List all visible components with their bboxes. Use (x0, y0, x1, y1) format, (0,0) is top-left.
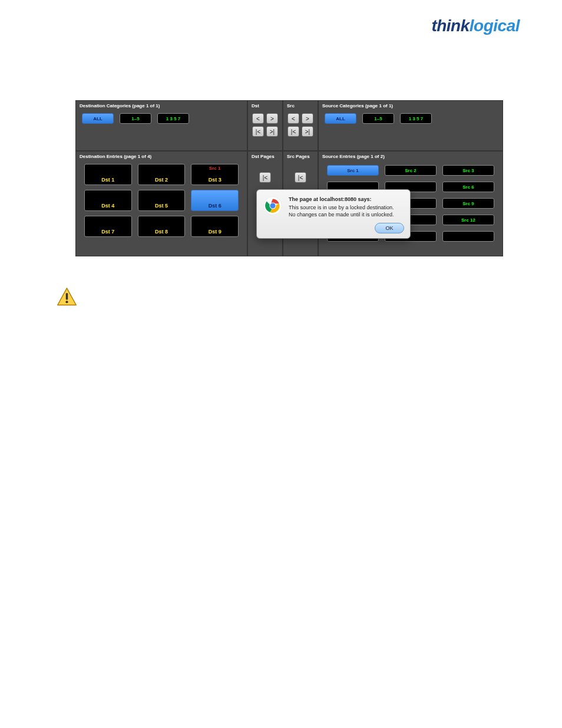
logo-part-2: logical (470, 17, 520, 35)
dst-label: Dst 6 (209, 203, 222, 209)
dst-label: Dst 1 (101, 177, 114, 183)
dst-entry-7[interactable]: Dst 7 (84, 216, 132, 237)
svg-point-5 (65, 301, 68, 303)
src-first-button[interactable]: |< (287, 126, 299, 137)
dst-label: Dst 2 (155, 177, 168, 183)
chrome-icon (263, 196, 283, 216)
panel-title: Source Categories (page 1 of 1) (322, 103, 499, 108)
src-entry-1[interactable]: Src 1 (327, 165, 379, 176)
dst-label: Dst 3 (209, 177, 222, 183)
dst-label: Dst 4 (101, 203, 114, 209)
src-cat-all-button[interactable]: ALL (325, 113, 356, 124)
dest-cat-range-button[interactable]: 1–5 (120, 113, 151, 124)
dest-cat-odd-button[interactable]: 1 3 5 7 (157, 113, 189, 124)
source-categories-panel: Source Categories (page 1 of 1) ALL 1–5 … (319, 101, 503, 150)
src-entry-9[interactable]: Src 9 (442, 198, 494, 209)
dst-next-button[interactable]: > (266, 113, 278, 124)
panel-title: Destination Entries (page 1 of 4) (80, 154, 243, 159)
src-tag: Src 1 (191, 166, 238, 171)
src-next-button[interactable]: > (302, 113, 313, 124)
panel-title: Dst Pages (252, 154, 279, 159)
dst-entry-9[interactable]: Dst 9 (191, 216, 239, 237)
brand-logo: thinklogical (431, 17, 520, 35)
src-entry-3[interactable]: Src 3 (442, 165, 494, 176)
top-row: Destination Categories (page 1 of 1) ALL… (76, 101, 503, 151)
src-last-button[interactable]: >| (302, 126, 313, 137)
src-cat-odd-button[interactable]: 1 3 5 7 (400, 113, 432, 124)
src-cat-range-button[interactable]: 1–5 (362, 113, 394, 124)
panel-title: Destination Categories (page 1 of 1) (80, 103, 243, 108)
src-pages-first-button[interactable]: |< (295, 172, 306, 183)
dialog-line-2: No changes can be made until it is unloc… (289, 211, 394, 218)
panel-title: Source Entries (page 1 of 2) (322, 154, 499, 159)
src-prev-button[interactable]: < (287, 113, 299, 124)
src-entry-15[interactable] (442, 231, 494, 242)
panel-title: Src Pages (287, 154, 314, 159)
dst-first-button[interactable]: |< (252, 126, 264, 137)
dst-prev-button[interactable]: < (252, 113, 264, 124)
src-entry-12[interactable]: Src 12 (442, 215, 494, 225)
dst-label: Dst 9 (209, 229, 222, 235)
app-window: Destination Categories (page 1 of 1) ALL… (75, 100, 503, 256)
dst-entry-3[interactable]: Src 1 Dst 3 (191, 164, 239, 185)
dialog-header: The page at localhost:8080 says: (289, 196, 394, 203)
dst-pages-first-button[interactable]: |< (259, 172, 271, 183)
panel-title: Dst (252, 103, 279, 108)
dst-label: Dst 7 (101, 229, 114, 235)
dst-entry-5[interactable]: Dst 5 (138, 190, 186, 211)
dst-entry-1[interactable]: Dst 1 (84, 164, 132, 185)
dst-nav-panel: Dst < > |< >| (248, 101, 283, 150)
src-entry-2[interactable]: Src 2 (385, 165, 437, 176)
dst-entry-2[interactable]: Dst 2 (138, 164, 186, 185)
panel-title: Src (287, 103, 314, 108)
dialog-line-1: This source is in use by a locked destin… (289, 204, 394, 211)
alert-dialog: The page at localhost:8080 says: This so… (256, 189, 411, 239)
destination-categories-panel: Destination Categories (page 1 of 1) ALL… (76, 101, 248, 150)
dst-last-button[interactable]: >| (266, 126, 278, 137)
dialog-text: The page at localhost:8080 says: This so… (289, 196, 394, 218)
logo-part-1: think (431, 17, 469, 35)
ok-button[interactable]: OK (375, 223, 404, 233)
svg-rect-4 (66, 293, 68, 299)
dest-cat-all-button[interactable]: ALL (82, 113, 114, 124)
src-entry-6[interactable]: Src 6 (442, 182, 494, 192)
dst-entry-8[interactable]: Dst 8 (138, 216, 186, 237)
dst-entry-6[interactable]: Dst 6 (191, 190, 239, 211)
warning-icon (57, 286, 77, 307)
dst-label: Dst 8 (155, 229, 168, 235)
dst-label: Dst 5 (155, 203, 168, 209)
dst-entry-4[interactable]: Dst 4 (84, 190, 132, 211)
destination-entries-panel: Destination Entries (page 1 of 4) Dst 1 … (76, 151, 248, 256)
src-nav-panel: Src < > |< >| (283, 101, 319, 150)
